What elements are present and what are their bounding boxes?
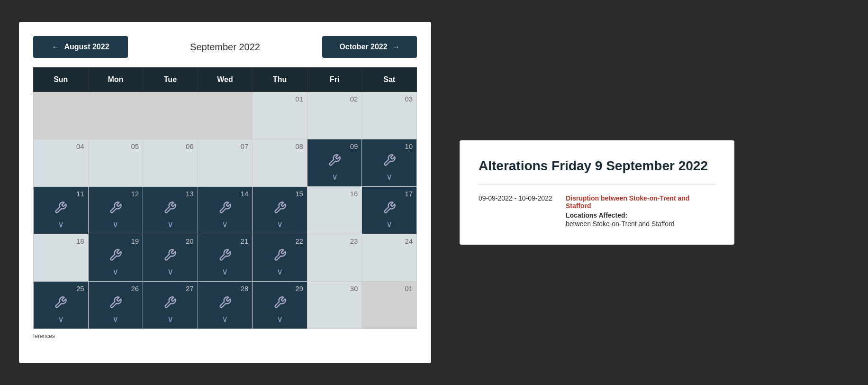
calendar-day-cell[interactable]: 11 ∨ bbox=[34, 187, 89, 234]
chevron-down-icon: ∨ bbox=[222, 219, 228, 229]
calendar-day-cell[interactable]: 05 bbox=[88, 139, 143, 187]
chevron-down-icon: ∨ bbox=[277, 266, 283, 277]
day-number: 29 bbox=[256, 284, 303, 293]
wrench-icon bbox=[218, 296, 232, 312]
day-number: 08 bbox=[256, 142, 303, 150]
calendar-day-cell[interactable]: 04 bbox=[34, 139, 89, 187]
day-number: 05 bbox=[92, 142, 139, 150]
chevron-down-icon: ∨ bbox=[112, 266, 118, 277]
calendar-day-cell[interactable]: 17 ∨ bbox=[362, 187, 417, 234]
current-month-label: September 2022 bbox=[190, 42, 260, 53]
wrench-icon bbox=[218, 248, 232, 265]
calendar-week-row: 010203 bbox=[34, 92, 417, 139]
prev-month-button[interactable]: ← August 2022 bbox=[33, 36, 128, 58]
day-number: 21 bbox=[202, 237, 249, 245]
calendar-day-cell[interactable]: 28 ∨ bbox=[198, 282, 253, 329]
chevron-down-icon: ∨ bbox=[58, 314, 64, 324]
day-number: 22 bbox=[256, 237, 303, 245]
chevron-down-icon: ∨ bbox=[222, 314, 228, 324]
calendar-day-cell[interactable]: 09 ∨ bbox=[307, 139, 362, 187]
calendar-day-cell[interactable]: 21 ∨ bbox=[198, 234, 253, 282]
col-header-tue: Tue bbox=[143, 68, 198, 92]
calendar-header-row: Sun Mon Tue Wed Thu Fri Sat bbox=[34, 68, 417, 92]
calendar-day-cell[interactable]: 25 ∨ bbox=[34, 282, 89, 329]
detail-disruption-text: Disruption between Stoke-on-Trent and St… bbox=[566, 194, 715, 210]
day-number: 24 bbox=[366, 237, 413, 245]
calendar-day-cell[interactable]: 16 bbox=[307, 187, 362, 234]
calendar-day-cell: 01 bbox=[362, 282, 417, 329]
day-number: 01 bbox=[366, 284, 413, 293]
wrench-icon bbox=[54, 201, 67, 217]
calendar-navigation: ← August 2022 September 2022 October 202… bbox=[33, 36, 417, 58]
calendar-day-cell[interactable]: 23 bbox=[307, 234, 362, 282]
detail-row: 09-09-2022 - 10-09-2022 Disruption betwe… bbox=[479, 194, 715, 228]
wrench-icon bbox=[383, 154, 396, 170]
calendar-day-cell bbox=[198, 92, 253, 139]
calendar-week-row: 11 ∨12 ∨13 ∨14 ∨15 ∨1617 ∨ bbox=[34, 187, 417, 234]
day-number: 01 bbox=[256, 95, 303, 103]
calendar-day-cell[interactable]: 20 ∨ bbox=[143, 234, 198, 282]
detail-info: Disruption between Stoke-on-Trent and St… bbox=[566, 194, 715, 228]
day-number: 06 bbox=[147, 142, 194, 150]
calendar-day-cell[interactable]: 10 ∨ bbox=[362, 139, 417, 187]
calendar-day-cell bbox=[143, 92, 198, 139]
wrench-icon bbox=[328, 154, 341, 170]
calendar-week-row: 1819 ∨20 ∨21 ∨22 ∨2324 bbox=[34, 234, 417, 282]
calendar-day-cell[interactable]: 14 ∨ bbox=[198, 187, 253, 234]
chevron-down-icon: ∨ bbox=[222, 266, 228, 277]
calendar-day-cell[interactable]: 15 ∨ bbox=[253, 187, 307, 234]
next-month-button[interactable]: October 2022 → bbox=[322, 36, 417, 58]
calendar-day-cell[interactable]: 19 ∨ bbox=[88, 234, 143, 282]
chevron-down-icon: ∨ bbox=[386, 219, 392, 229]
calendar-day-cell[interactable]: 22 ∨ bbox=[253, 234, 307, 282]
calendar-grid: Sun Mon Tue Wed Thu Fri Sat 010203040506… bbox=[33, 67, 417, 329]
wrench-icon bbox=[109, 201, 122, 217]
wrench-icon bbox=[163, 248, 177, 265]
detail-date-range: 09-09-2022 - 10-09-2022 bbox=[479, 194, 554, 202]
next-month-label: October 2022 bbox=[339, 43, 387, 51]
calendar-day-cell[interactable]: 18 bbox=[34, 234, 89, 282]
day-number: 07 bbox=[202, 142, 249, 150]
calendar-day-cell[interactable]: 01 bbox=[253, 92, 307, 139]
wrench-icon bbox=[109, 296, 122, 312]
calendar-day-cell[interactable]: 08 bbox=[253, 139, 307, 187]
day-number: 19 bbox=[92, 237, 139, 245]
day-number: 03 bbox=[366, 95, 413, 103]
calendar-day-cell[interactable]: 02 bbox=[307, 92, 362, 139]
chevron-down-icon: ∨ bbox=[112, 219, 118, 229]
day-number: 18 bbox=[37, 237, 84, 245]
calendar-day-cell[interactable]: 12 ∨ bbox=[88, 187, 143, 234]
day-number: 28 bbox=[202, 284, 249, 293]
day-number: 17 bbox=[366, 190, 413, 198]
calendar-day-cell[interactable]: 30 bbox=[307, 282, 362, 329]
col-header-mon: Mon bbox=[88, 68, 143, 92]
calendar-day-cell[interactable]: 26 ∨ bbox=[88, 282, 143, 329]
prev-month-label: August 2022 bbox=[64, 43, 109, 51]
wrench-icon bbox=[273, 296, 287, 312]
day-number: 11 bbox=[37, 190, 84, 198]
day-number: 10 bbox=[366, 142, 413, 150]
wrench-icon bbox=[163, 201, 177, 217]
calendar-day-cell[interactable]: 24 bbox=[362, 234, 417, 282]
calendar-day-cell[interactable]: 27 ∨ bbox=[143, 282, 198, 329]
col-header-fri: Fri bbox=[307, 68, 362, 92]
calendar-day-cell[interactable]: 13 ∨ bbox=[143, 187, 198, 234]
prev-arrow-icon: ← bbox=[52, 43, 59, 51]
calendar-day-cell[interactable]: 06 bbox=[143, 139, 198, 187]
calendar-day-cell bbox=[88, 92, 143, 139]
detail-title: Alterations Friday 9 September 2022 bbox=[479, 157, 715, 174]
col-header-thu: Thu bbox=[253, 68, 307, 92]
calendar-week-row: 25 ∨26 ∨27 ∨28 ∨29 ∨3001 bbox=[34, 282, 417, 329]
calendar-day-cell[interactable]: 03 bbox=[362, 92, 417, 139]
day-number: 04 bbox=[37, 142, 84, 150]
calendar-panel: ← August 2022 September 2022 October 202… bbox=[19, 22, 431, 363]
day-number: 23 bbox=[311, 237, 358, 245]
calendar-day-cell[interactable]: 07 bbox=[198, 139, 253, 187]
day-number: 26 bbox=[92, 284, 139, 293]
wrench-icon bbox=[54, 296, 67, 312]
calendar-day-cell[interactable]: 29 ∨ bbox=[253, 282, 307, 329]
detail-locations-label: Locations Affected: bbox=[566, 211, 715, 219]
chevron-down-icon: ∨ bbox=[58, 219, 64, 229]
day-number: 14 bbox=[202, 190, 249, 198]
detail-divider bbox=[479, 184, 715, 185]
